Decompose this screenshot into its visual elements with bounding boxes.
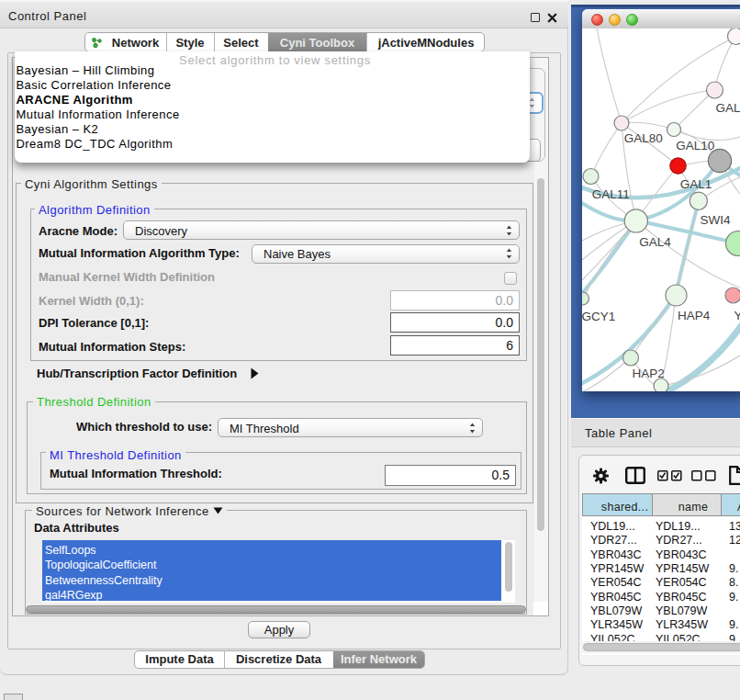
svg-text:GAL11: GAL11 (592, 187, 630, 201)
svg-text:GAL80: GAL80 (624, 131, 663, 145)
svg-text:GCY1: GCY1 (582, 310, 615, 323)
svg-text:GAL10: GAL10 (676, 139, 714, 152)
svg-text:HAP2: HAP2 (632, 367, 664, 380)
svg-text:GAL1: GAL1 (680, 177, 712, 191)
svg-text:SWI4: SWI4 (700, 213, 730, 227)
svg-text:GAL7: GAL7 (716, 101, 740, 115)
svg-text:HAP4: HAP4 (678, 309, 711, 322)
svg-text:Y: Y (734, 309, 740, 322)
svg-text:GAL4: GAL4 (639, 235, 671, 249)
